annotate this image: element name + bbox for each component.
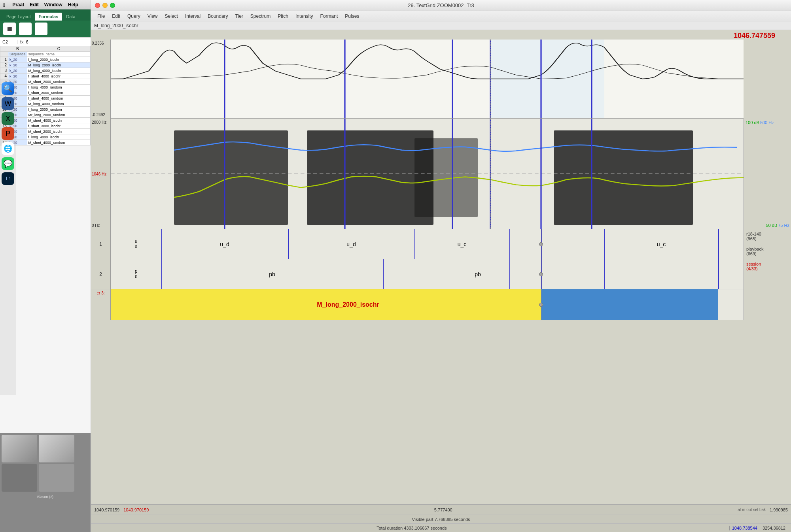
- col-c-2: M_long_2000_isochr: [27, 62, 90, 68]
- excel-tab-bar: Page Layout Formulas Data: [0, 9, 91, 21]
- tier-3-interval-label: M_long_2000_isochr: [174, 289, 522, 320]
- tier-1-interval-ud-1: u_d: [161, 229, 288, 259]
- menu-query[interactable]: Query: [124, 13, 144, 20]
- close-button[interactable]: [95, 3, 100, 8]
- db-label: 100 dB: [746, 120, 759, 125]
- spectrogram-svg: [111, 119, 744, 229]
- col-c-10: f_long_2000_random: [27, 107, 90, 112]
- tier-1-row[interactable]: 1 ud u_d u_d u_c: [91, 229, 744, 259]
- status-row-3: Total duration 4303.106667 seconds 1048.…: [91, 524, 791, 532]
- menu-edit[interactable]: Edit: [109, 13, 123, 20]
- row-num-3: 3: [0, 68, 8, 74]
- thumbnail-2[interactable]: [39, 435, 74, 462]
- tab-formulas[interactable]: Formulas: [35, 13, 62, 21]
- excel-row-1[interactable]: 1 k_20 f_long_2000_isochr: [0, 57, 91, 62]
- waveform-scale: 0.2356 -0.2492: [91, 40, 111, 119]
- menu-formant[interactable]: Formant: [317, 13, 341, 20]
- tab-data[interactable]: Data: [62, 13, 79, 21]
- excel-row-3[interactable]: 3 k_20 M_long_4000_isochr: [0, 68, 91, 74]
- help-menu[interactable]: Help: [68, 2, 78, 8]
- menu-pitch[interactable]: Pitch: [274, 13, 291, 20]
- col-b-1: k_20: [8, 57, 27, 62]
- bottom-coords: 1048.738544 3254.36812: [729, 526, 788, 530]
- formula-bar: C2 | fx 6: [0, 37, 91, 46]
- menu-spectrum[interactable]: Spectrum: [247, 13, 274, 20]
- dock-chrome[interactable]: 🌐: [2, 142, 14, 155]
- menu-select[interactable]: Select: [162, 13, 181, 20]
- tier-1-interval-uc-1: u_c: [414, 229, 509, 259]
- maximize-button[interactable]: [110, 3, 115, 8]
- waveform-panel[interactable]: 1046.747559 0.2356 -0.2492: [91, 30, 791, 532]
- right-info-panel: r18-140 (965) playback (669) session (4/…: [744, 229, 791, 320]
- scroll-buttons: al m out sel bak: [738, 507, 766, 512]
- tier-2-row[interactable]: 2 pb pb pb: [91, 259, 744, 289]
- cell-reference: C2: [2, 40, 14, 44]
- excel-row-4[interactable]: 4 k_20 f_short_4000_isochr: [0, 74, 91, 79]
- col-c-6: f_long_4000_random: [27, 85, 90, 90]
- dock-excel[interactable]: X: [2, 112, 14, 125]
- row-header: [0, 52, 8, 57]
- apple-menu[interactable]: : [3, 2, 5, 8]
- menu-boundary[interactable]: Boundary: [204, 13, 231, 20]
- row-num-1: 1: [0, 57, 8, 62]
- col-c-3: M_long_4000_isochr: [27, 68, 90, 74]
- tier-3-row[interactable]: er 3: M_long_2000_isochr: [91, 289, 744, 320]
- left-time: 1040.970159: [94, 507, 119, 512]
- col-b-seq-header: Sequence: [8, 52, 27, 57]
- spectrogram-area[interactable]: [111, 119, 744, 229]
- edit-menu[interactable]: Edit: [30, 2, 39, 8]
- excel-ribbon: Page Layout Formulas Data ⬛: [0, 9, 91, 37]
- tiers-area[interactable]: 1 ud u_d u_d u_c: [91, 229, 744, 320]
- menu-intensity[interactable]: Intensity: [292, 13, 316, 20]
- praat-window: 29. TextGrid ZOOM0002_Tr3 File Edit Quer…: [91, 0, 791, 532]
- thumbnail-3[interactable]: [2, 464, 37, 492]
- tier-2-interval-pb-1: pb: [161, 259, 383, 289]
- spectrogram-right-labels: 100 dB 500 Hz 50 dB 75 Hz: [744, 119, 791, 229]
- waveform-area[interactable]: [111, 40, 744, 119]
- waveform-svg: [111, 40, 744, 118]
- menu-tier[interactable]: Tier: [232, 13, 246, 20]
- menu-view[interactable]: View: [144, 13, 161, 20]
- menu-interval[interactable]: Interval: [182, 13, 204, 20]
- excel-row-2[interactable]: 2 k_20 M_long_2000_isochr: [0, 62, 91, 68]
- thumbnail-4[interactable]: [39, 464, 74, 492]
- minimize-button[interactable]: [102, 3, 108, 8]
- dock-word[interactable]: W: [2, 97, 14, 110]
- tab-page-layout[interactable]: Page Layout: [2, 13, 35, 21]
- praat-menu[interactable]: Praat: [12, 2, 24, 8]
- praat-titlebar: 29. TextGrid ZOOM0002_Tr3: [91, 0, 791, 11]
- col-c-1: f_long_2000_isochr: [27, 57, 90, 62]
- col-b-2: k_20: [8, 62, 27, 68]
- tier-1-interval-uc-2: u_c: [604, 229, 718, 259]
- col-c-15: f_long_4000_isochr: [27, 134, 90, 140]
- praat-menubar: File Edit Query View Select Interval Bou…: [91, 11, 791, 21]
- center-time: 5.777400: [153, 507, 734, 512]
- dock-ppt[interactable]: P: [2, 127, 14, 140]
- total-duration: Total duration 4303.106667 seconds: [94, 526, 729, 530]
- thumbnail-1[interactable]: [2, 435, 37, 462]
- col-c-16: M_short_4000_random: [27, 140, 90, 145]
- tier-3-label: er 3:: [91, 289, 111, 320]
- dock-finder[interactable]: 🔍: [2, 82, 14, 95]
- tier-3-content[interactable]: M_long_2000_isochr: [111, 289, 744, 320]
- tier-2-label: 2: [91, 259, 111, 289]
- visible-part: Visible part 7.768385 seconds: [94, 517, 788, 522]
- tier-1-interval-ud-2: u_d: [288, 229, 414, 259]
- mac-menubar:  Praat Edit Window Help: [0, 0, 91, 9]
- dock-whatsapp[interactable]: 💬: [2, 157, 14, 170]
- left-time-red: 1040.970159: [123, 507, 149, 512]
- status-row-2: Visible part 7.768385 seconds: [91, 515, 791, 524]
- tier-1-content[interactable]: ud u_d u_d u_c u_c: [111, 229, 744, 259]
- col-header-b: B: [8, 46, 27, 52]
- window-menu[interactable]: Window: [44, 2, 62, 8]
- menu-pulses[interactable]: Pulses: [342, 13, 362, 20]
- tier-1-label: 1: [91, 229, 111, 259]
- tier-2-content[interactable]: pb pb pb: [111, 259, 744, 289]
- hz-bottom-label: 75 Hz: [778, 223, 789, 228]
- formula-icon: fx: [20, 40, 24, 44]
- dock: 🔍 W X P 🌐 💬 Lr: [0, 79, 16, 395]
- tier-2-interval-pb-first: pb: [111, 259, 161, 289]
- dock-lightroom[interactable]: Lr: [2, 172, 14, 185]
- menu-file[interactable]: File: [94, 13, 108, 20]
- col-c-8: f_short_4000_random: [27, 96, 90, 101]
